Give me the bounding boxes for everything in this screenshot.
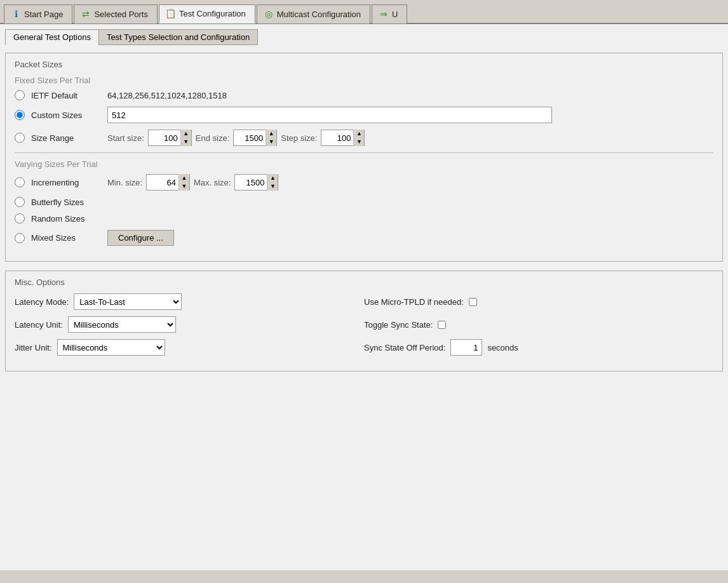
max-size-down-btn[interactable]: ▼	[267, 182, 278, 191]
latency-unit-select[interactable]: Milliseconds Microseconds Nanoseconds	[68, 316, 176, 333]
sizes-divider	[15, 152, 713, 153]
packet-sizes-title: Packet Sizes	[15, 60, 713, 69]
end-size-label: End size:	[196, 133, 229, 143]
tab-multicast-configuration-label: Multicast Configuration	[277, 10, 361, 19]
use-micro-tpld-checkbox[interactable]	[469, 298, 477, 306]
step-size-down-btn[interactable]: ▼	[354, 138, 364, 146]
custom-sizes-label[interactable]: Custom Sizes	[31, 111, 101, 120]
max-size-spinner-btns: ▲ ▼	[267, 174, 278, 191]
ietf-default-value: 64,128,256,512,1024,1280,1518	[107, 91, 227, 100]
mixed-sizes-row: Mixed Sizes Configure ...	[15, 230, 713, 246]
latency-mode-label: Latency Mode:	[15, 297, 69, 307]
size-range-spinners: Start size: ▲ ▼ End size: ▲ ▼ Step	[107, 130, 365, 146]
min-size-spinner-btns: ▲ ▼	[179, 174, 189, 191]
max-size-spinner: ▲ ▼	[234, 174, 278, 191]
size-range-label[interactable]: Size Range	[31, 133, 101, 143]
jitter-unit-select[interactable]: Milliseconds Microseconds Nanoseconds	[57, 339, 165, 356]
latency-mode-row: Latency Mode: Last-To-Last First-To-Last…	[15, 293, 713, 310]
mixed-sizes-radio[interactable]	[15, 233, 25, 243]
tab-selected-ports-label: Selected Ports	[94, 10, 148, 19]
ietf-default-radio[interactable]	[15, 90, 25, 100]
min-size-label: Min. size:	[107, 178, 142, 187]
size-range-radio[interactable]	[15, 133, 25, 143]
min-size-input[interactable]	[147, 175, 179, 190]
jitter-unit-left: Jitter Unit: Milliseconds Microseconds N…	[15, 339, 364, 356]
sync-state-off-period-unit: seconds	[487, 343, 518, 352]
custom-sizes-radio[interactable]	[15, 110, 25, 120]
sync-state-off-period-input[interactable]	[450, 339, 482, 356]
tab-bar: ℹ Start Page ⇄ Selected Ports 📋 Test Con…	[0, 0, 728, 24]
custom-sizes-input[interactable]	[107, 107, 552, 123]
ietf-default-row: IETF Default 64,128,256,512,1024,1280,15…	[15, 90, 713, 100]
more-icon: ⇒	[379, 9, 389, 19]
selected-ports-icon: ⇄	[81, 9, 91, 19]
misc-options-title: Misc. Options	[15, 278, 713, 287]
start-size-spinner-btns: ▲ ▼	[180, 130, 191, 146]
mixed-sizes-label[interactable]: Mixed Sizes	[31, 233, 101, 243]
incrementing-row: Incrementing Min. size: ▲ ▼ Max. size: ▲…	[15, 174, 713, 191]
toggle-sync-state-checkbox[interactable]	[438, 321, 446, 329]
sub-tab-general-test-options[interactable]: General Test Options	[5, 29, 98, 45]
tab-multicast-configuration[interactable]: ◎ Multicast Configuration	[257, 4, 370, 23]
latency-unit-label: Latency Unit:	[15, 320, 63, 330]
toggle-sync-label: Toggle Sync State:	[364, 320, 433, 330]
end-size-spinner: ▲ ▼	[233, 130, 277, 146]
misc-options-section: Misc. Options Latency Mode: Last-To-Last…	[5, 271, 723, 372]
varying-sizes-label: Varying Sizes Per Trial	[15, 159, 713, 169]
sub-tab-test-types[interactable]: Test Types Selection and Configuration	[98, 29, 258, 45]
custom-sizes-row: Custom Sizes	[15, 107, 713, 123]
start-size-up-btn[interactable]: ▲	[181, 130, 191, 138]
fixed-sizes-label: Fixed Sizes Per Trial	[15, 76, 713, 85]
step-size-input[interactable]	[321, 130, 353, 145]
latency-unit-left: Latency Unit: Milliseconds Microseconds …	[15, 316, 364, 333]
jitter-unit-label: Jitter Unit:	[15, 343, 52, 352]
min-size-up-btn[interactable]: ▲	[179, 174, 189, 182]
step-size-spinner-btns: ▲ ▼	[353, 130, 364, 146]
sub-tab-test-types-label: Test Types Selection and Configuration	[107, 32, 250, 42]
tab-test-configuration[interactable]: 📋 Test Configuration	[159, 4, 255, 23]
step-size-up-btn[interactable]: ▲	[354, 130, 364, 138]
tab-start-page[interactable]: ℹ Start Page	[4, 4, 72, 23]
end-size-up-btn[interactable]: ▲	[266, 130, 276, 138]
tab-start-page-label: Start Page	[24, 10, 63, 19]
start-size-label: Start size:	[107, 133, 144, 143]
content-area: General Test Options Test Types Selectio…	[0, 24, 728, 570]
ietf-default-label[interactable]: IETF Default	[31, 91, 101, 100]
incrementing-label[interactable]: Incrementing	[31, 178, 101, 187]
random-sizes-row: Random Sizes	[15, 213, 713, 224]
sub-tab-general-label: General Test Options	[13, 32, 91, 42]
step-size-label: Step size:	[281, 133, 317, 143]
latency-unit-row: Latency Unit: Milliseconds Microseconds …	[15, 316, 713, 333]
end-size-input[interactable]	[234, 130, 266, 145]
latency-mode-right: Use Micro-TPLD if needed:	[364, 297, 713, 307]
end-size-spinner-btns: ▲ ▼	[266, 130, 276, 146]
start-size-input[interactable]	[149, 130, 180, 145]
butterfly-sizes-row: Butterfly Sizes	[15, 197, 713, 207]
start-page-icon: ℹ	[11, 9, 21, 19]
tab-more-label: U	[392, 10, 398, 19]
test-configuration-icon: 📋	[166, 8, 176, 18]
butterfly-sizes-label[interactable]: Butterfly Sizes	[31, 198, 101, 207]
tab-more[interactable]: ⇒ U	[372, 4, 407, 23]
butterfly-sizes-radio[interactable]	[15, 197, 25, 207]
random-sizes-radio[interactable]	[15, 213, 25, 224]
latency-mode-select[interactable]: Last-To-Last First-To-Last Store-And-For…	[74, 293, 182, 310]
size-range-row: Size Range Start size: ▲ ▼ End size: ▲ ▼	[15, 130, 713, 146]
min-size-spinner: ▲ ▼	[146, 174, 190, 191]
latency-mode-left: Latency Mode: Last-To-Last First-To-Last…	[15, 293, 364, 310]
sync-state-off-period-label: Sync State Off Period:	[364, 343, 445, 352]
start-size-spinner: ▲ ▼	[148, 130, 192, 146]
end-size-down-btn[interactable]: ▼	[266, 138, 276, 146]
max-size-input[interactable]	[235, 175, 267, 190]
jitter-unit-row: Jitter Unit: Milliseconds Microseconds N…	[15, 339, 713, 356]
random-sizes-label[interactable]: Random Sizes	[31, 214, 101, 224]
tab-selected-ports[interactable]: ⇄ Selected Ports	[74, 4, 158, 23]
incrementing-radio[interactable]	[15, 177, 25, 187]
use-micro-tpld-label: Use Micro-TPLD if needed:	[364, 297, 464, 307]
configure-button[interactable]: Configure ...	[107, 230, 174, 246]
min-size-down-btn[interactable]: ▼	[179, 182, 189, 191]
incrementing-spinners: Min. size: ▲ ▼ Max. size: ▲ ▼	[107, 174, 278, 191]
multicast-configuration-icon: ◎	[264, 9, 274, 19]
start-size-down-btn[interactable]: ▼	[181, 138, 191, 146]
max-size-up-btn[interactable]: ▲	[267, 174, 278, 182]
